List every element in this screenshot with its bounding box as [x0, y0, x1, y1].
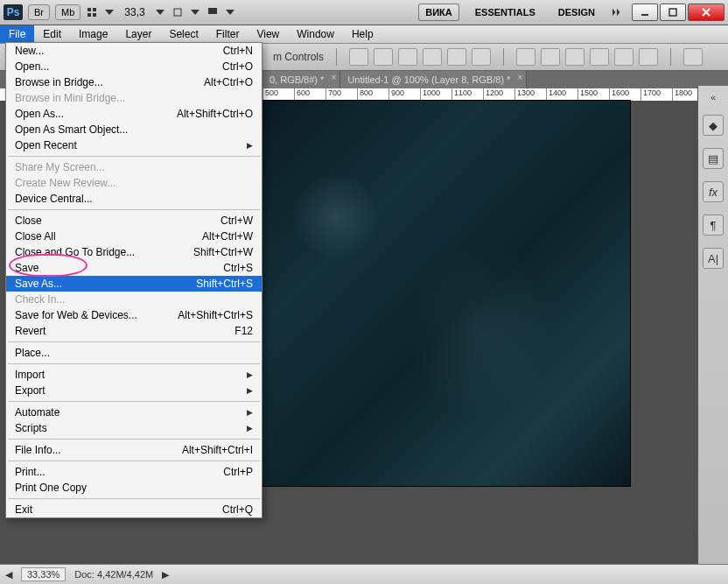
menu-item-save[interactable]: SaveCtrl+S [6, 260, 262, 276]
menu-item-label: Save for Web & Devices... [15, 309, 137, 321]
close-button[interactable] [688, 4, 724, 21]
menu-item-exit[interactable]: ExitCtrl+Q [6, 502, 262, 517]
divider [336, 48, 337, 66]
menu-item-label: Scripts [15, 422, 47, 434]
menu-item-file-info[interactable]: File Info...Alt+Shift+Ctrl+I [6, 442, 262, 458]
document-image[interactable] [262, 101, 630, 486]
collapse-dock-icon[interactable]: « [710, 93, 716, 102]
workspace-button-design[interactable]: DESIGN [551, 4, 602, 21]
titlebar-left-cluster: Ps Br Mb 33,3 [4, 4, 236, 20]
menu-item-label: Import [15, 369, 45, 381]
dist-right-icon[interactable] [565, 48, 584, 66]
character-icon[interactable]: A| [703, 248, 724, 269]
dist-vcenter-icon[interactable] [614, 48, 634, 66]
menu-item-label: Close [15, 215, 42, 227]
menu-item-automate[interactable]: Automate [6, 405, 262, 420]
menu-item-scripts[interactable]: Scripts [6, 420, 262, 436]
chevron-down-icon[interactable] [103, 6, 116, 18]
hand-tool-icon[interactable] [172, 6, 184, 18]
menu-item-print[interactable]: Print...Ctrl+P [6, 464, 262, 480]
menu-item-open-as-smart-object[interactable]: Open As Smart Object... [6, 122, 262, 137]
chevron-down-icon[interactable] [189, 6, 201, 18]
menu-item-label: Revert [15, 325, 46, 337]
dist-bottom-icon[interactable] [639, 48, 658, 66]
minimize-button[interactable] [632, 4, 658, 21]
menu-item-export[interactable]: Export [6, 383, 262, 398]
menu-item-label: File Info... [15, 444, 61, 456]
menu-separator [8, 341, 260, 342]
menu-separator [8, 439, 260, 440]
auto-align-icon[interactable] [683, 48, 703, 66]
menu-select[interactable]: Select [160, 25, 206, 43]
canvas-viewport[interactable] [262, 101, 695, 565]
align-top-icon[interactable] [423, 48, 442, 66]
double-chevron-icon[interactable] [611, 6, 623, 18]
channels-icon[interactable]: ▤ [703, 148, 724, 169]
layers-icon[interactable]: ◆ [703, 115, 724, 136]
menu-item-save-for-web-devices[interactable]: Save for Web & Devices...Alt+Shift+Ctrl+… [6, 307, 262, 323]
menu-item-shortcut: Alt+Shift+Ctrl+I [182, 444, 253, 456]
menu-image[interactable]: Image [70, 25, 116, 43]
fx-icon[interactable]: fx [703, 181, 724, 202]
menu-item-label: Browse in Mini Bridge... [15, 92, 125, 104]
menu-item-label: Open... [15, 60, 49, 73]
menu-item-close-and-go-to-bridge[interactable]: Close and Go To Bridge...Shift+Ctrl+W [6, 244, 262, 260]
menu-item-place[interactable]: Place... [6, 345, 262, 361]
document-tab[interactable]: 0, RGB/8#) * × [262, 71, 340, 88]
chevron-right-icon[interactable]: ▶ [162, 569, 169, 580]
menu-item-open[interactable]: Open...Ctrl+O [6, 59, 262, 74]
nav-left-icon[interactable]: ◀ [5, 569, 12, 580]
align-right-icon[interactable] [398, 48, 417, 66]
menu-separator [8, 401, 260, 402]
align-icon-group [349, 48, 491, 66]
menu-item-browse-in-bridge[interactable]: Browse in Bridge...Alt+Ctrl+O [6, 74, 262, 90]
menu-filter[interactable]: Filter [207, 25, 248, 43]
menu-item-new[interactable]: New...Ctrl+N [6, 43, 262, 59]
menu-layer[interactable]: Layer [116, 25, 160, 43]
zoom-percent[interactable]: 33,33% [21, 567, 66, 581]
chevron-down-icon[interactable] [154, 6, 166, 18]
titlebar-zoom-value[interactable]: 33,3 [121, 6, 148, 18]
svg-rect-0 [88, 8, 91, 11]
chevron-down-icon[interactable] [224, 6, 236, 18]
menu-window[interactable]: Window [288, 25, 343, 43]
menu-item-import[interactable]: Import [6, 367, 262, 383]
window-buttons [632, 4, 724, 21]
menu-item-close-all[interactable]: Close AllAlt+Ctrl+W [6, 229, 262, 244]
menu-item-device-central[interactable]: Device Central... [6, 191, 262, 207]
minibridge-chip[interactable]: Mb [55, 4, 80, 20]
dist-top-icon[interactable] [590, 48, 609, 66]
align-hcenter-icon[interactable] [374, 48, 393, 66]
align-vcenter-icon[interactable] [447, 48, 466, 66]
menu-item-label: Export [15, 384, 46, 397]
menu-item-open-as[interactable]: Open As...Alt+Shift+Ctrl+O [6, 106, 262, 122]
menu-item-label: Close and Go To Bridge... [15, 246, 135, 258]
divider [503, 48, 504, 66]
menu-view[interactable]: View [248, 25, 288, 43]
menu-help[interactable]: Help [343, 25, 382, 43]
align-bottom-icon[interactable] [472, 48, 491, 66]
menu-item-close[interactable]: CloseCtrl+W [6, 213, 262, 229]
bridge-chip[interactable]: Br [28, 4, 50, 20]
menu-item-save-as[interactable]: Save As...Shift+Ctrl+S [6, 276, 262, 292]
workspace-button-essentials[interactable]: ESSENTIALS [468, 4, 542, 21]
paragraph-icon[interactable]: ¶ [703, 215, 724, 236]
screen-mode-icon[interactable] [206, 6, 219, 18]
workspace-button-vika[interactable]: ВИКА [418, 4, 459, 21]
menu-file[interactable]: File [0, 25, 34, 43]
menu-item-open-recent[interactable]: Open Recent [6, 137, 262, 153]
close-icon[interactable]: × [518, 73, 523, 82]
menu-item-print-one-copy[interactable]: Print One Copy [6, 480, 262, 496]
arrange-docs-icon[interactable] [86, 6, 98, 18]
menu-item-label: Open Recent [15, 139, 77, 151]
document-tab[interactable]: Untitled-1 @ 100% (Layer 8, RGB/8) * × [340, 71, 527, 88]
close-icon[interactable]: × [332, 73, 337, 82]
menu-item-shortcut: Shift+Ctrl+S [196, 278, 253, 290]
dist-left-icon[interactable] [516, 48, 536, 66]
align-left-icon[interactable] [349, 48, 368, 66]
dist-hcenter-icon[interactable] [541, 48, 560, 66]
menu-edit[interactable]: Edit [34, 25, 70, 43]
maximize-button[interactable] [660, 4, 686, 21]
application-titlebar: Ps Br Mb 33,3 ВИКА ESSENTIALS DESIGN [0, 0, 728, 25]
menu-item-revert[interactable]: RevertF12 [6, 323, 262, 339]
